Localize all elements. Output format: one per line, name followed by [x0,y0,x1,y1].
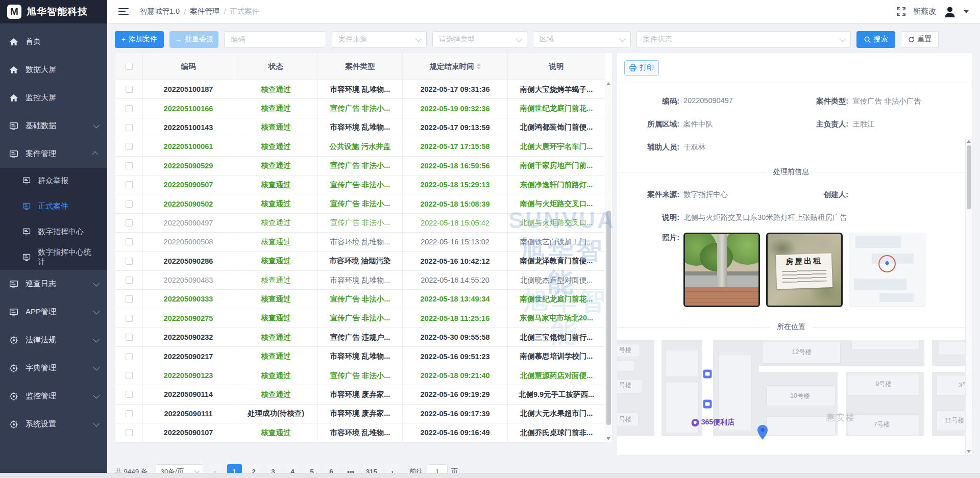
table-row[interactable]: 202205090123核查通过宣传广告 非法小...2022-05-18 09… [115,366,605,385]
row-checkbox[interactable] [126,353,133,360]
table-row[interactable]: 202205090286核查通过市容环境 油烟污染2022-05-16 10:4… [115,252,605,271]
row-checkbox[interactable] [126,258,133,265]
sidebar-item-监控管理[interactable]: 监控管理 [0,382,107,410]
sidebar-item-字典管理[interactable]: 字典管理 [0,354,107,382]
sidebar-item-APP管理[interactable]: APP管理 [0,298,107,326]
case-detail-panel: 打印 编码: 202205090497 案件类型: 宣传广告 非法小广告 [617,53,973,456]
case-type-select[interactable]: 请选择类型 [432,31,527,48]
brand-name: 旭华智能科技 [27,5,88,18]
screen-icon [9,280,18,289]
menu-collapse-icon[interactable] [118,8,129,15]
print-button[interactable]: 打印 [624,60,659,76]
photo-street-scene[interactable] [683,233,760,307]
search-button[interactable]: 搜索 [856,31,895,48]
table-row[interactable]: 202205100143核查通过市容环境 乱堆物...2022-05-17 09… [115,118,605,137]
gear-icon [9,364,18,373]
cell-code: 202205090483 [143,271,234,289]
breadcrumb-item[interactable]: 案件管理 [190,7,219,16]
row-checkbox[interactable] [126,410,133,417]
page-horizontal-scrollbar[interactable] [0,473,980,478]
table-row[interactable]: 202205090497核查通过宣传广告 非法小...2022-05-18 15… [115,214,605,233]
chevron-down-icon[interactable] [964,10,969,13]
table-row[interactable]: 202205090107核查通过市容环境 乱堆物...2022-05-16 09… [115,423,605,442]
row-checkbox[interactable] [126,200,133,208]
fullscreen-icon[interactable] [896,7,906,16]
select-all-checkbox[interactable] [126,63,133,70]
table-scrollbar[interactable] [605,81,611,442]
sidebar-item-巡查日志[interactable]: 巡查日志 [0,270,107,298]
row-checkbox[interactable] [126,276,133,284]
batch-assign-button[interactable]: → 批量委派 [169,31,218,48]
row-checkbox[interactable] [126,372,133,379]
row-checkbox[interactable] [126,429,133,436]
table-row[interactable]: 202205090483核查通过市容环境 乱堆物...2022-05-16 14… [115,271,605,290]
table-row[interactable]: 202205090507核查通过宣传广告 非法小...2022-05-18 15… [115,175,605,194]
breadcrumb-item[interactable]: 智慧城管1.0 [140,7,180,16]
table-row[interactable]: 202205090275核查通过宣传广告 非法小...2022-05-18 11… [115,309,605,328]
region-select[interactable]: 区域 [533,31,631,48]
col-header-desc[interactable]: 说明 [508,53,605,80]
row-checkbox[interactable] [126,105,133,112]
table-row[interactable]: 202205090111处理成功(待核查)市容环境 废弃家...2022-05-… [115,405,605,423]
code-input[interactable] [224,31,326,48]
table-row[interactable]: 202205090217核查通过市容环境 乱堆物...2022-05-16 09… [115,347,605,366]
table-row[interactable]: 202205100061核查通过公共设施 污水井盖2022-05-17 17:1… [115,137,605,156]
col-header-type[interactable]: 案件类型 [318,53,403,80]
row-checkbox[interactable] [126,391,133,398]
table-row[interactable]: 202205090114核查通过市容环境 废弃家...2022-05-16 09… [115,385,605,404]
sidebar-menu: 首页数据大屏监控大屏基础数据案件管理群众举报正式案件数字指挥中心数字指挥中心统计… [0,23,107,438]
row-checkbox[interactable] [126,238,133,245]
sidebar-item-首页[interactable]: 首页 [0,28,107,56]
sidebar-item-群众举报[interactable]: 群众举报 [0,168,107,193]
detail-scrollbar[interactable] [965,138,972,455]
photo-rent-ad[interactable]: 房屋出租 [766,233,843,307]
sidebar-item-数字指挥中心统计[interactable]: 数字指挥中心统计 [0,244,107,270]
row-checkbox[interactable] [126,181,133,188]
row-checkbox[interactable] [126,315,133,322]
screen-icon [9,121,18,131]
sort-icons[interactable] [477,63,481,69]
chevron-down-icon [93,392,100,399]
row-checkbox[interactable] [126,143,133,150]
col-header-endtime[interactable]: 规定结束时间 [403,53,508,80]
cell-endtime: 2022-05-17 17:15:58 [403,137,508,156]
row-checkbox[interactable] [126,86,133,93]
row-checkbox[interactable] [126,334,133,341]
table-row[interactable]: 202205090508核查通过市容环境 乱堆物...2022-05-16 15… [115,233,605,251]
case-status-select[interactable]: 案件状态 [636,31,851,48]
row-checkbox[interactable] [126,162,133,169]
table-row[interactable]: 202205090232核查通过宣传广告 违规户...2022-05-30 09… [115,328,605,347]
row-checkbox[interactable] [126,295,133,303]
sidebar-item-正式案件[interactable]: 正式案件 [0,193,107,219]
screen-icon [22,253,31,261]
sidebar-item-系统设置[interactable]: 系统设置 [0,410,107,438]
table-row[interactable]: 202205090333核查通过宣传广告 非法小...2022-05-18 13… [115,290,605,309]
location-map[interactable]: 12号楼10号楼9号楼3号7号楼11号楼惠安楼号楼号楼号楼 365便利店 [617,340,972,443]
col-header-code[interactable]: 编码 [143,53,234,80]
case-source-select[interactable]: 案件来源 [332,31,427,48]
row-checkbox[interactable] [126,124,133,131]
cell-desc: 北侧三宝馄饨门前行... [508,328,605,346]
photo-map-thumbnail[interactable] [849,233,925,307]
sidebar-item-监控大屏[interactable]: 监控大屏 [0,84,107,112]
avatar[interactable] [943,5,957,18]
table-row[interactable]: 202205090529核查通过宣传广告 非法小...2022-05-18 16… [115,157,605,175]
add-case-button[interactable]: + 添加案件 [115,31,164,48]
cell-type: 宣传广告 非法小... [318,194,403,213]
cell-status: 处理成功(待核查) [234,405,318,423]
sidebar-item-基础数据[interactable]: 基础数据 [0,112,107,140]
map-label: 10号楼 [790,391,810,400]
cell-code: 202205090529 [143,157,234,175]
reset-button[interactable]: 重置 [901,31,939,48]
sidebar-item-数据大屏[interactable]: 数据大屏 [0,56,107,84]
sidebar-item-案件管理[interactable]: 案件管理 [0,140,107,168]
cell-endtime: 2022-05-16 09:17:39 [403,405,508,423]
col-header-status[interactable]: 状态 [234,53,318,80]
sidebar-item-数字指挥中心[interactable]: 数字指挥中心 [0,219,107,244]
table-row[interactable]: 202205090502核查通过宣传广告 非法小...2022-05-18 15… [115,194,605,213]
field-value-code: 202205090497 [683,96,733,106]
sidebar-item-法律法规[interactable]: 法律法规 [0,326,107,354]
row-checkbox[interactable] [126,219,133,227]
table-row[interactable]: 202205100187核查通过市容环境 乱堆物...2022-05-17 09… [115,80,605,99]
table-row[interactable]: 202205100166核查通过宣传广告 非法小...2022-05-19 09… [115,99,605,118]
